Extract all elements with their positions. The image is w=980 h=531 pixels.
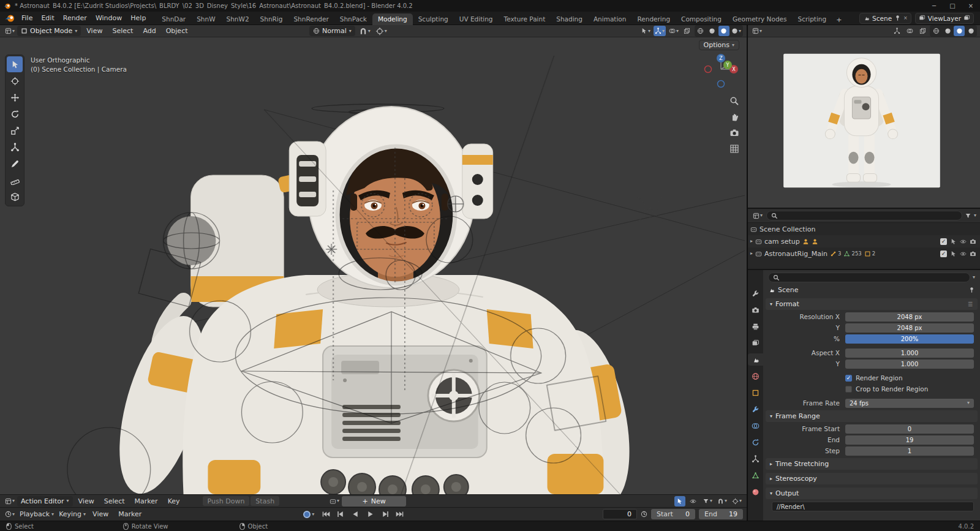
menu-window[interactable]: Window <box>91 13 126 23</box>
section-frame-range[interactable]: ▾ Frame Range <box>766 410 978 422</box>
snap-toggle[interactable]: ▾ <box>358 26 372 36</box>
play-button[interactable] <box>363 509 377 519</box>
tool-scale[interactable] <box>7 122 23 138</box>
select-visibility-dropdown[interactable]: ▾ <box>639 26 652 36</box>
section-format[interactable]: ▾ Format ☰ <box>766 298 978 310</box>
copy-icon[interactable] <box>963 15 970 21</box>
tool-transform[interactable] <box>7 139 23 155</box>
tl-menu-view[interactable]: View <box>88 510 113 519</box>
workspace-tab-sculpting[interactable]: Sculpting <box>413 13 454 25</box>
workspace-tab-geometry-nodes[interactable]: Geometry Nodes <box>727 13 793 25</box>
outliner-row-astronaut-rig[interactable]: ▸ AstronautRig_Main 3 253 2 ✓ <box>748 247 980 260</box>
selectable-icon[interactable] <box>950 250 957 257</box>
outliner-search-input[interactable] <box>766 211 962 220</box>
menu-object[interactable]: Object <box>162 26 192 36</box>
cam-shading-wireframe[interactable] <box>930 26 941 36</box>
cam-xray-toggle[interactable] <box>917 26 928 36</box>
stash-button[interactable]: Stash <box>251 496 279 506</box>
cam-gizmo-toggle[interactable] <box>891 26 902 36</box>
current-frame-field[interactable]: 0 <box>603 509 637 519</box>
tool-rotate[interactable] <box>7 106 23 122</box>
tab-object[interactable] <box>748 386 763 399</box>
keying-menu[interactable]: Keying▾ <box>56 509 87 519</box>
menu-edit[interactable]: Edit <box>37 13 58 23</box>
tool-3d-cursor[interactable] <box>7 73 23 89</box>
tab-tool[interactable] <box>748 287 763 299</box>
minimize-button[interactable]: ─ <box>925 0 943 12</box>
workspace-tab-modeling[interactable]: Modeling <box>372 13 413 25</box>
shading-solid-button[interactable] <box>707 26 718 36</box>
jump-to-start-button[interactable] <box>319 509 333 519</box>
xray-toggle[interactable] <box>682 26 693 36</box>
section-time-stretching[interactable]: ▸ Time Stretching <box>766 458 978 470</box>
workspace-tab-uv-editing[interactable]: UV Editing <box>454 13 499 25</box>
output-path-field[interactable]: //Render\ <box>772 502 974 511</box>
workspace-tab-shnrig[interactable]: ShnRig <box>255 13 288 25</box>
eye-icon[interactable] <box>960 250 967 257</box>
tab-particles[interactable] <box>748 420 763 432</box>
outliner-display-mode-dropdown[interactable]: ▾ <box>752 211 764 221</box>
auto-keying-toggle[interactable] <box>303 511 311 518</box>
cam-editor-type-dropdown[interactable]: ▾ <box>751 26 763 36</box>
options-popover-button[interactable]: Options ▾ <box>699 40 739 50</box>
jump-to-end-button[interactable] <box>393 509 406 519</box>
new-action-button[interactable]: + New <box>342 496 406 507</box>
tab-view-layer[interactable] <box>748 337 763 349</box>
checkbox-unchecked[interactable] <box>845 386 852 393</box>
workspace-tab-shnw2[interactable]: ShnW2 <box>221 13 255 25</box>
viewlayer-selector[interactable]: ViewLayer <box>915 13 974 24</box>
next-keyframe-button[interactable] <box>378 509 391 519</box>
shading-rendered-button[interactable]: ▾ <box>730 26 742 36</box>
frame-step-field[interactable]: 1 <box>845 446 974 456</box>
workspace-tab-shading[interactable]: Shading <box>551 13 588 25</box>
tool-add-cube[interactable] <box>7 189 23 205</box>
action-browse-dropdown[interactable]: ▾ <box>328 496 341 507</box>
previous-keyframe-button[interactable] <box>334 509 347 519</box>
tab-modifiers[interactable] <box>748 403 763 415</box>
section-output[interactable]: ▾ Output <box>766 488 978 499</box>
close-button[interactable]: × <box>962 0 980 12</box>
shading-wireframe-button[interactable] <box>695 26 706 36</box>
viewport-canvas[interactable]: User Orthographic (0) Scene Collection |… <box>0 37 747 494</box>
render-region-checkbox-row[interactable]: ✓Render Region <box>845 374 903 382</box>
ds-menu-select[interactable]: Select <box>100 497 129 506</box>
funnel-icon[interactable] <box>965 213 971 219</box>
frame-end-field[interactable]: 19 <box>845 435 974 445</box>
frame-start-field[interactable]: 0 <box>845 424 974 434</box>
cam-overlays-toggle[interactable] <box>904 26 915 36</box>
camera-render-icon[interactable] <box>970 238 976 245</box>
pan-hand-icon[interactable] <box>729 112 739 122</box>
camera-preview-canvas[interactable] <box>748 37 980 208</box>
push-down-button[interactable]: Push Down <box>203 496 250 506</box>
filter-dropdown[interactable]: ▾ <box>701 496 714 507</box>
workspace-tab-animation[interactable]: Animation <box>588 13 632 25</box>
properties-search-input[interactable] <box>768 273 970 282</box>
tool-measure[interactable] <box>7 172 23 188</box>
ds-proportional-dropdown[interactable]: ▾ <box>731 496 743 507</box>
resolution-y-field[interactable]: 2048 px <box>845 323 974 333</box>
cam-shading-solid[interactable] <box>942 26 953 36</box>
blender-logo[interactable] <box>5 13 15 23</box>
ds-menu-view[interactable]: View <box>74 497 99 506</box>
action-editor-mode-dropdown[interactable]: Action Editor ▾ <box>17 496 73 507</box>
tab-material[interactable] <box>748 486 763 498</box>
toggle-grid-icon[interactable] <box>729 144 739 154</box>
workspace-tab-shndar[interactable]: ShnDar <box>156 13 191 25</box>
playback-menu[interactable]: Playback▾ <box>17 509 55 519</box>
ds-menu-key[interactable]: Key <box>164 497 184 506</box>
menu-help[interactable]: Help <box>126 13 150 23</box>
show-overlays-toggle[interactable]: ▾ <box>668 26 680 36</box>
expand-icon[interactable]: ▸ <box>750 251 753 256</box>
camera-view-icon[interactable] <box>729 128 739 138</box>
menu-render[interactable]: Render <box>59 13 91 23</box>
workspace-tab-compositing[interactable]: Compositing <box>676 13 727 25</box>
cam-shading-material[interactable] <box>954 26 965 36</box>
tab-physics[interactable] <box>748 436 763 448</box>
eye-icon[interactable] <box>960 238 967 245</box>
pin-icon[interactable] <box>968 287 975 293</box>
tab-constraints[interactable] <box>748 453 763 465</box>
workspace-tab-scripting[interactable]: Scripting <box>792 13 832 25</box>
resolution-percentage-slider[interactable]: 200% <box>845 334 974 344</box>
tool-annotate[interactable] <box>7 156 23 171</box>
mode-dropdown[interactable]: Object Mode ▾ <box>17 26 81 36</box>
